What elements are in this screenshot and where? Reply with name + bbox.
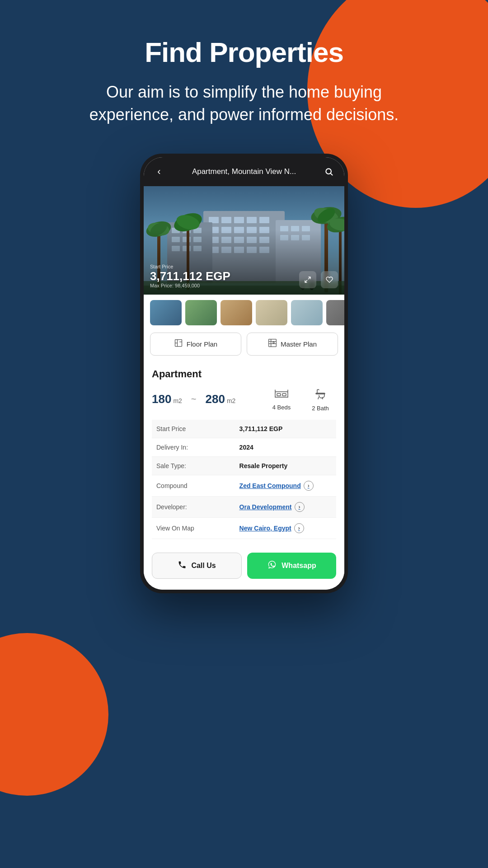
size-min: 180 m2: [152, 392, 182, 406]
size-max-unit: m2: [227, 397, 235, 404]
thumbnail-2[interactable]: [185, 300, 217, 325]
price-label: Start Price: [150, 264, 230, 269]
page-title: Find Properties: [145, 36, 343, 68]
price-max: Max Price: 98,459,000: [150, 283, 230, 288]
back-button[interactable]: ‹: [151, 164, 167, 180]
action-buttons: Call Us Whatsapp: [144, 545, 344, 590]
detail-label: Developer:: [152, 496, 235, 517]
property-type: Apartment: [152, 368, 336, 380]
beds-label: 4 Beds: [272, 404, 291, 411]
phone-inner: ‹ Apartment, Mountain View N...: [144, 157, 344, 590]
thumbnail-3[interactable]: [221, 300, 252, 325]
expand-button[interactable]: [299, 271, 316, 288]
detail-label: Compound: [152, 475, 235, 496]
call-label: Call Us: [191, 562, 216, 570]
content-area: Apartment 180 m2 ~ 280 m2: [144, 362, 344, 545]
floor-plan-icon: [174, 338, 183, 350]
table-row: Start Price 3,711,112 EGP: [152, 420, 336, 438]
price-value: 3,711,112 EGP: [150, 270, 230, 282]
master-plan-icon: [268, 338, 277, 350]
hero-image: Start Price 3,711,112 EGP Max Price: 98,…: [144, 186, 344, 295]
hero-subtitle: Our aim is to simplify the home buying e…: [72, 81, 416, 127]
heart-icon: [326, 276, 333, 283]
svg-rect-67: [282, 394, 286, 396]
thumbnail-5[interactable]: [291, 300, 323, 325]
details-table: Start Price 3,711,112 EGP Delivery In: 2…: [152, 420, 336, 539]
detail-value[interactable]: Zed East Compound ›: [235, 475, 336, 496]
phone-icon: [178, 560, 187, 571]
whatsapp-label: Whatsapp: [282, 562, 316, 570]
tilde-separator: ~: [191, 394, 197, 404]
floor-plan-button[interactable]: Floor Plan: [150, 333, 241, 356]
detail-value: Resale Property: [235, 456, 336, 475]
phone-mockup: ‹ Apartment, Mountain View N...: [140, 154, 348, 593]
svg-point-65: [273, 342, 274, 343]
detail-value: 3,711,112 EGP: [235, 420, 336, 438]
master-plan-button[interactable]: Master Plan: [247, 333, 338, 356]
detail-value[interactable]: New Cairo, Egypt ›: [235, 517, 336, 539]
thumbnail-strip: [144, 295, 344, 331]
size-max: 280 m2: [206, 392, 236, 406]
nav-title: Apartment, Mountain View N...: [172, 167, 316, 176]
top-nav: ‹ Apartment, Mountain View N...: [144, 157, 344, 186]
svg-line-1: [331, 174, 333, 175]
developer-link[interactable]: Ora Development: [239, 503, 292, 511]
thumbnail-6[interactable]: [326, 300, 344, 325]
map-arrow[interactable]: ›: [294, 523, 304, 533]
specs-row: 180 m2 ~ 280 m2: [152, 387, 336, 412]
detail-label: Delivery In:: [152, 438, 235, 456]
size-max-value: 280: [206, 392, 225, 406]
table-row: View On Map New Cairo, Egypt ›: [152, 517, 336, 539]
detail-label: Sale Type:: [152, 456, 235, 475]
bath-icon: [314, 387, 327, 403]
whatsapp-icon: [267, 560, 277, 572]
compound-link[interactable]: Zed East Compound: [239, 482, 301, 489]
detail-label: View On Map: [152, 517, 235, 539]
bed-icon: [274, 388, 289, 402]
svg-line-74: [322, 397, 323, 399]
svg-rect-64: [269, 339, 277, 347]
plan-buttons: Floor Plan Master Plan: [144, 331, 344, 362]
detail-value: 2024: [235, 438, 336, 456]
thumbnail-1[interactable]: [150, 300, 182, 325]
table-row: Sale Type: Resale Property: [152, 456, 336, 475]
map-link[interactable]: New Cairo, Egypt: [239, 525, 291, 532]
developer-arrow[interactable]: ›: [295, 502, 305, 512]
table-row: Delivery In: 2024: [152, 438, 336, 456]
expand-icon: [304, 276, 311, 283]
compound-arrow[interactable]: ›: [304, 481, 314, 491]
bath-label: 2 Bath: [312, 405, 329, 412]
table-row: Compound Zed East Compound ›: [152, 475, 336, 496]
beds-spec: 4 Beds: [266, 388, 297, 411]
detail-label: Start Price: [152, 420, 235, 438]
table-row: Developer: Ora Development ›: [152, 496, 336, 517]
search-button[interactable]: [321, 164, 337, 180]
svg-line-73: [318, 397, 319, 399]
whatsapp-button[interactable]: Whatsapp: [247, 553, 336, 579]
thumbnail-4[interactable]: [256, 300, 287, 325]
image-actions: [299, 271, 338, 288]
size-min-unit: m2: [173, 397, 182, 404]
search-icon: [324, 167, 333, 176]
bath-spec: 2 Bath: [305, 387, 336, 412]
blob-bottom-left: [0, 633, 108, 796]
svg-rect-66: [277, 394, 281, 396]
size-min-value: 180: [152, 392, 171, 406]
master-plan-label: Master Plan: [281, 340, 317, 348]
floor-plan-label: Floor Plan: [187, 340, 217, 348]
price-overlay: Start Price 3,711,112 EGP Max Price: 98,…: [150, 264, 230, 288]
favorite-button[interactable]: [321, 271, 338, 288]
detail-value[interactable]: Ora Development ›: [235, 496, 336, 517]
call-button[interactable]: Call Us: [152, 553, 242, 579]
